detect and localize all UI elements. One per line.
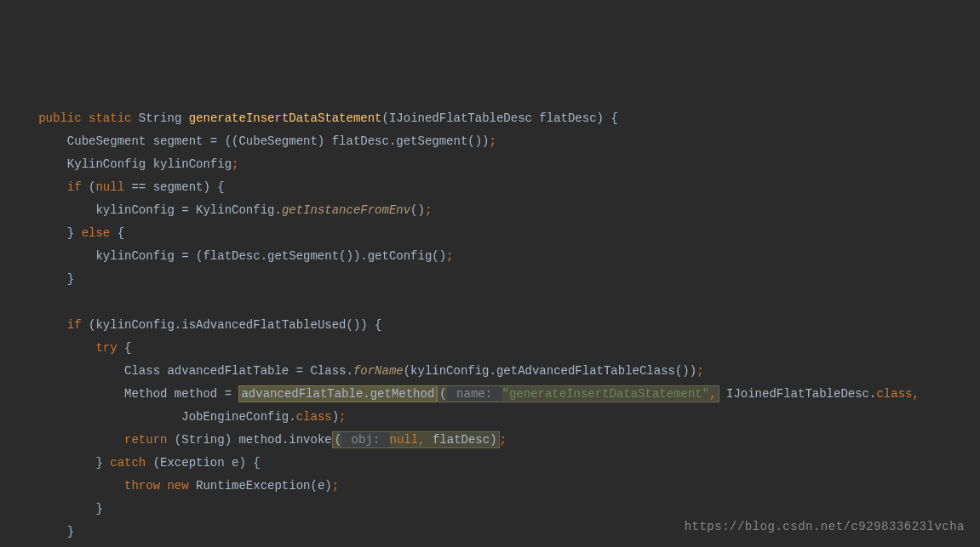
code-line — [17, 291, 980, 314]
code-line — [17, 544, 980, 547]
param-hint-name: name: — [447, 386, 502, 402]
highlight-params: ( name: "generateInsertDataStatement", — [437, 385, 719, 402]
code-line: KylinConfig kylinConfig; — [17, 153, 980, 176]
code-line: throw new RuntimeException(e); — [17, 475, 980, 498]
code-line: } — [17, 268, 980, 291]
code-line: JobEngineConfig.class); — [17, 406, 980, 429]
code-line: if (null == segment) { — [17, 176, 980, 199]
code-line: Method method = advancedFlatTable.getMet… — [17, 383, 980, 406]
code-line: return (String) method.invoke( obj: null… — [17, 429, 980, 452]
code-line: } catch (Exception e) { — [17, 452, 980, 475]
code-line: kylinConfig = KylinConfig.getInstanceFro… — [17, 199, 980, 222]
watermark-url: https://blog.csdn.net/c929833623lvcha — [685, 516, 965, 538]
code-line: try { — [17, 337, 980, 360]
param-hint-obj: obj: — [341, 432, 389, 447]
highlight-params: ( obj: null, flatDesc) — [332, 431, 500, 448]
code-line: kylinConfig = (flatDesc.getSegment()).ge… — [17, 245, 980, 268]
code-line: if (kylinConfig.isAdvancedFlatTableUsed(… — [17, 314, 980, 337]
code-line: Class advancedFlatTable = Class.forName(… — [17, 360, 980, 383]
code-line: } else { — [17, 222, 980, 245]
code-line: public static String generateInsertDataS… — [17, 107, 980, 130]
highlight-selection: advancedFlatTable.getMethod — [238, 385, 437, 402]
code-line: CubeSegment segment = ((CubeSegment) fla… — [17, 130, 980, 153]
code-editor[interactable]: public static String generateInsertDataS… — [17, 107, 980, 547]
